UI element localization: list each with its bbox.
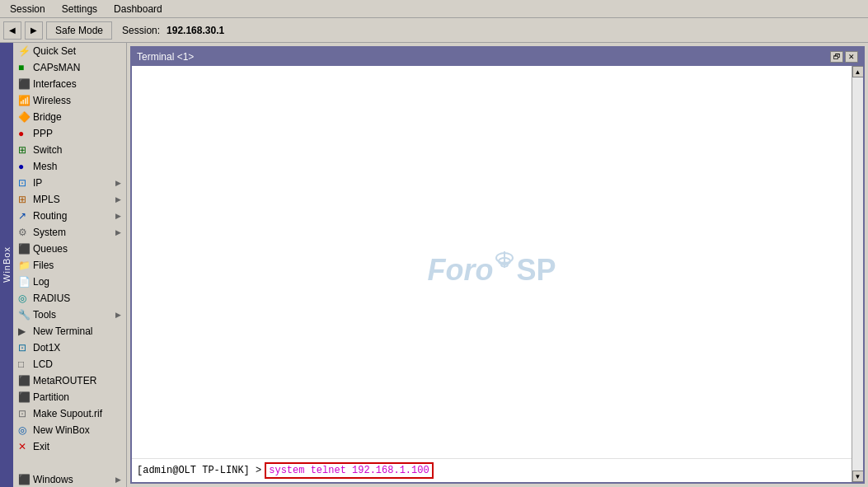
forward-button[interactable]: ▶: [25, 21, 43, 40]
winbox-label: WinBox: [0, 43, 13, 487]
sidebar-item-ip[interactable]: ⊡ IP ▶: [13, 175, 126, 191]
winbox-icon: ◎: [18, 424, 30, 436]
sidebar-label-radius: RADIUS: [33, 293, 70, 304]
sidebar-item-wireless[interactable]: 📶 Wireless: [13, 92, 126, 109]
bridge-icon: 🔶: [18, 111, 30, 123]
queues-icon: ⬛: [18, 243, 30, 255]
sidebar-item-radius[interactable]: ◎ RADIUS: [13, 290, 126, 307]
svg-point-3: [501, 262, 508, 266]
mpls-icon: ⊞: [18, 194, 30, 205]
sidebar-label-partition: Partition: [33, 391, 69, 403]
supout-icon: ⊡: [18, 408, 30, 419]
terminal-titlebar: Terminal <1> 🗗 ✕: [132, 48, 863, 66]
terminal-window: Terminal <1> 🗗 ✕ Foro: [130, 46, 865, 484]
session-label: Session:: [122, 25, 160, 36]
sidebar-item-mpls[interactable]: ⊞ MPLS ▶: [13, 191, 126, 208]
scroll-down-button[interactable]: ▼: [852, 471, 864, 482]
lightning-icon: ⚡: [18, 45, 30, 57]
system-icon: ⚙: [18, 227, 30, 238]
scroll-track[interactable]: [852, 77, 864, 471]
back-button[interactable]: ◀: [3, 21, 21, 40]
terminal-cmdline: [admin@OLT TP-LINK] > system telnet 192.…: [132, 458, 852, 482]
radius-icon: ◎: [18, 293, 30, 304]
sidebar-item-ppp[interactable]: ● PPP: [13, 125, 126, 142]
tools-arrow: ▶: [115, 311, 121, 319]
sidebar-item-partition[interactable]: ⬛ Partition: [13, 389, 126, 405]
interfaces-icon: ⬛: [18, 78, 30, 90]
menu-dashboard[interactable]: Dashboard: [107, 2, 169, 16]
sidebar-label-queues: Queues: [33, 243, 68, 255]
tools-icon: 🔧: [18, 309, 30, 321]
routing-arrow: ▶: [115, 212, 121, 220]
sidebar-item-tools[interactable]: 🔧 Tools ▶: [13, 307, 126, 323]
sidebar-label-mesh: Mesh: [33, 161, 57, 172]
sidebar-item-routing[interactable]: ↗ Routing ▶: [13, 208, 126, 224]
sidebar-label-lcd: LCD: [33, 358, 53, 370]
sidebar-label-bridge: Bridge: [33, 111, 62, 123]
terminal-icon: ▶: [18, 325, 30, 337]
sidebar-label-files: Files: [33, 260, 54, 271]
menu-settings[interactable]: Settings: [55, 2, 104, 16]
sidebar-item-bridge[interactable]: 🔶 Bridge: [13, 109, 126, 125]
sidebar-label-system: System: [33, 227, 66, 238]
sidebar-item-quick-set[interactable]: ⚡ Quick Set: [13, 43, 126, 59]
safe-mode-button[interactable]: Safe Mode: [46, 21, 112, 40]
terminal-scrollbar: ▲ ▼: [852, 66, 863, 482]
sidebar-item-files[interactable]: 📁 Files: [13, 257, 126, 274]
terminal-body[interactable]: Foro SP [admin@OLT TP-LINK] > system tel…: [132, 66, 852, 482]
ip-arrow: ▶: [115, 179, 121, 187]
ip-icon: ⊡: [18, 177, 30, 189]
terminal-body-area: Foro SP [admin@OLT TP-LINK] > system tel…: [132, 66, 863, 482]
scroll-up-button[interactable]: ▲: [852, 66, 864, 77]
metarouter-icon: ⬛: [18, 375, 30, 386]
sidebar-label-ip: IP: [33, 177, 42, 189]
cmd-input[interactable]: system telnet 192.168.1.100: [265, 462, 433, 479]
log-icon: 📄: [18, 276, 30, 288]
terminal-close-button[interactable]: ✕: [845, 51, 858, 63]
svg-point-1: [496, 253, 513, 263]
exit-icon: ✕: [18, 441, 30, 452]
mesh-icon: ●: [18, 161, 30, 172]
sidebar-item-metarouter[interactable]: ⬛ MetaROUTER: [13, 372, 126, 389]
sidebar-label-new-terminal: New Terminal: [33, 325, 92, 337]
sidebar-item-lcd[interactable]: □ LCD: [13, 356, 126, 372]
sidebar-item-queues[interactable]: ⬛ Queues: [13, 241, 126, 257]
partition-icon: ⬛: [18, 391, 30, 403]
terminal-restore-button[interactable]: 🗗: [830, 51, 843, 63]
sidebar: ⚡ Quick Set ■ CAPsMAN ⬛ Interfaces 📶 Wir…: [13, 43, 127, 487]
sidebar-label-routing: Routing: [33, 210, 67, 222]
sidebar-item-exit[interactable]: ✕ Exit: [13, 438, 126, 455]
sidebar-item-switch[interactable]: ⊞ Switch: [13, 142, 126, 158]
terminal-title: Terminal <1>: [137, 51, 194, 63]
sidebar-label-capsman: CAPsMAN: [33, 62, 80, 73]
sidebar-item-new-terminal[interactable]: ▶ New Terminal: [13, 323, 126, 339]
wireless-icon: 📶: [18, 95, 30, 106]
mpls-arrow: ▶: [115, 195, 121, 204]
sidebar-label-switch: Switch: [33, 144, 62, 156]
sidebar-item-interfaces[interactable]: ⬛ Interfaces: [13, 76, 126, 92]
sidebar-item-dot1x[interactable]: ⊡ Dot1X: [13, 339, 126, 356]
svg-point-2: [499, 258, 510, 265]
sidebar-item-windows[interactable]: ⬛ Windows ▶: [13, 471, 126, 487]
watermark-antenna-icon: [495, 250, 514, 286]
menubar: Session Settings Dashboard: [0, 0, 868, 18]
sidebar-item-make-supout[interactable]: ⊡ Make Supout.rif: [13, 405, 126, 422]
sidebar-item-log[interactable]: 📄 Log: [13, 274, 126, 290]
sidebar-label-interfaces: Interfaces: [33, 78, 77, 90]
sidebar-item-new-winbox[interactable]: ◎ New WinBox: [13, 422, 126, 438]
system-arrow: ▶: [115, 228, 121, 236]
sidebar-label-exit: Exit: [33, 441, 49, 452]
watermark-text2: SP: [516, 253, 556, 288]
sidebar-label-new-winbox: New WinBox: [33, 424, 90, 436]
capsman-icon: ■: [18, 62, 30, 73]
switch-icon: ⊞: [18, 144, 30, 156]
menu-session[interactable]: Session: [3, 2, 52, 16]
toolbar: ◀ ▶ Safe Mode Session: 192.168.30.1: [0, 18, 868, 43]
sidebar-item-capsman[interactable]: ■ CAPsMAN: [13, 59, 126, 76]
sidebar-label-windows: Windows: [33, 474, 73, 485]
cmd-prompt: [admin@OLT TP-LINK] >: [137, 465, 261, 476]
windows-sidebar-icon: ⬛: [18, 474, 30, 485]
sidebar-item-system[interactable]: ⚙ System ▶: [13, 224, 126, 241]
sidebar-item-mesh[interactable]: ● Mesh: [13, 158, 126, 175]
windows-arrow: ▶: [115, 475, 121, 484]
